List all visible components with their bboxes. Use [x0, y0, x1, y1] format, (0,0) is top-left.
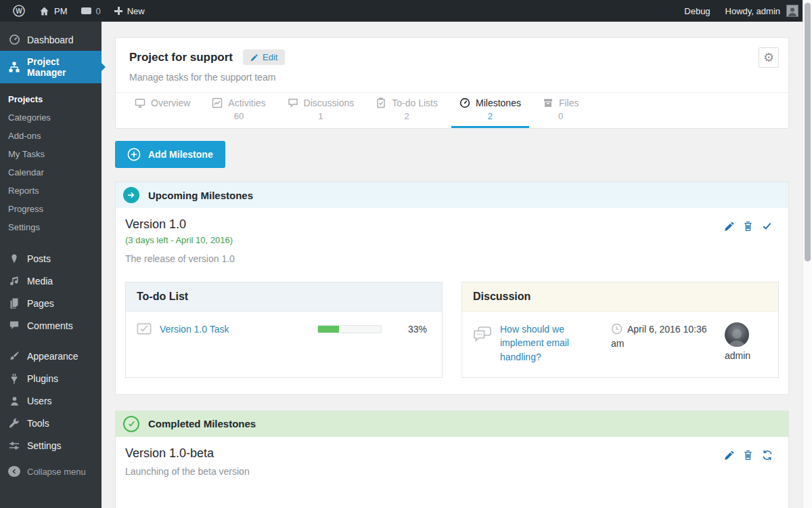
activity-chart-icon	[212, 98, 223, 108]
sidebar-item-users[interactable]: Users	[0, 389, 102, 412]
site-name-button[interactable]: PM	[32, 0, 74, 22]
sidebar-label: Plugins	[27, 373, 58, 384]
sidebar-item-media[interactable]: Media	[0, 270, 102, 292]
sidebar-item-project-manager[interactable]: Project Manager	[0, 51, 102, 83]
tab-milestones[interactable]: Milestones 2	[451, 93, 529, 128]
submenu-item-addons[interactable]: Add-ons	[0, 127, 102, 145]
edit-milestone-icon[interactable]	[724, 221, 736, 232]
tab-activities[interactable]: Activities 60	[204, 93, 273, 128]
dashboard-gauge-icon	[8, 34, 20, 45]
submenu-item-categories[interactable]: Categories	[0, 108, 102, 127]
account-menu-button[interactable]: Howdy, admin	[725, 5, 798, 17]
plug-icon	[8, 373, 20, 384]
home-icon	[39, 6, 49, 16]
sidebar-label: Dashboard	[27, 35, 74, 45]
sidebar-item-appearance[interactable]: Appearance	[0, 345, 102, 367]
sidebar-label: Project Manager	[27, 56, 93, 78]
debug-menu-item[interactable]: Debug	[684, 6, 710, 16]
tab-label: To-do Lists	[392, 98, 438, 108]
svg-text:W: W	[16, 7, 22, 15]
task-progress-percent: 33%	[408, 324, 427, 335]
sidebar-item-plugins[interactable]: Plugins	[0, 367, 102, 389]
tab-overview[interactable]: Overview	[127, 93, 198, 128]
tab-todo-lists[interactable]: To-do Lists 2	[367, 93, 446, 128]
sidebar-item-tools[interactable]: Tools	[0, 412, 102, 434]
sidebar-label: Comments	[27, 320, 73, 331]
add-milestone-label: Add Milestone	[148, 149, 213, 160]
sidebar-item-dashboard[interactable]: Dashboard	[0, 28, 102, 51]
new-content-button[interactable]: New	[108, 0, 152, 22]
sidebar-item-pages[interactable]: Pages	[0, 292, 102, 314]
delete-milestone-icon[interactable]	[743, 450, 754, 461]
tab-label: Files	[559, 98, 579, 108]
page-scrollbar[interactable]	[803, 0, 812, 508]
discussion-author: admin	[725, 322, 750, 361]
project-settings-button[interactable]: ⚙	[759, 47, 779, 68]
milestone-actions	[724, 217, 779, 264]
admin-bar-left: W PM 0 New	[5, 0, 152, 22]
milestone-description: Launching of the beta version	[125, 466, 250, 477]
sidebar-label: Tools	[27, 418, 49, 429]
submenu-item-progress[interactable]: Progress	[0, 200, 102, 218]
milestone-description: The release of version 1.0	[125, 253, 235, 264]
completed-milestones-section: Completed Milestones Version 1.0-beta La…	[115, 410, 789, 508]
tab-discussions[interactable]: Discussions 1	[279, 93, 363, 128]
edit-milestone-icon[interactable]	[724, 450, 736, 461]
overview-monitor-icon	[135, 98, 145, 108]
sidebar-item-comments[interactable]: Comments	[0, 314, 102, 337]
sidebar-label: Users	[27, 396, 52, 406]
discussion-thread-row: How should we implement email handling? …	[462, 312, 778, 377]
edit-label: Edit	[263, 52, 277, 62]
check-circle-icon	[123, 416, 139, 432]
sidebar-item-posts[interactable]: Posts	[0, 247, 102, 270]
media-icon	[8, 275, 20, 287]
sidebar-label: Posts	[27, 253, 51, 264]
discussion-timestamp: April 6, 2016 10:36 am	[611, 322, 714, 351]
wordpress-menu-button[interactable]: W	[5, 0, 32, 22]
brush-icon	[8, 350, 20, 362]
wordpress-logo-icon: W	[12, 4, 26, 18]
project-manager-submenu: Projects Categories Add-ons My Tasks Cal…	[0, 83, 102, 247]
admin-bar-right: Debug Howdy, admin	[684, 5, 798, 17]
todo-task-row: Version 1.0 Task 33%	[126, 312, 442, 346]
new-label: New	[127, 6, 145, 16]
discussion-panel-title: Discussion	[462, 282, 778, 312]
tab-files[interactable]: Files 0	[535, 93, 587, 128]
pages-icon	[8, 297, 20, 309]
gear-icon: ⚙	[763, 51, 774, 64]
comment-bubble-icon	[81, 7, 91, 14]
collapse-menu-button[interactable]: Collapse menu	[0, 461, 102, 482]
reopen-milestone-icon[interactable]	[762, 450, 773, 461]
plus-icon	[114, 7, 122, 15]
submenu-item-reports[interactable]: Reports	[0, 182, 102, 200]
archive-box-icon	[543, 98, 554, 108]
sidebar-label: Media	[27, 276, 53, 287]
comments-button[interactable]: 0	[74, 0, 108, 22]
content-area: Project for support Edit ⚙ Manage tasks …	[102, 22, 812, 508]
submenu-item-my-tasks[interactable]: My Tasks	[0, 145, 102, 163]
submenu-item-calendar[interactable]: Calendar	[0, 163, 102, 182]
admin-avatar	[786, 5, 798, 17]
edit-project-button[interactable]: Edit	[243, 49, 285, 65]
tab-count: 60	[212, 111, 265, 121]
tab-count: 2	[376, 111, 438, 121]
todo-panel-title: To-do List	[126, 282, 442, 312]
checkbox-icon	[137, 323, 152, 335]
add-milestone-button[interactable]: Add Milestone	[115, 141, 225, 168]
submenu-item-projects[interactable]: Projects	[0, 90, 102, 108]
submenu-item-settings[interactable]: Settings	[0, 218, 102, 236]
tab-label: Milestones	[476, 98, 521, 108]
completed-section-header: Completed Milestones	[116, 411, 788, 437]
sidebar-separator	[0, 337, 102, 345]
task-link[interactable]: Version 1.0 Task	[160, 324, 309, 335]
milestone-title: Version 1.0-beta	[125, 446, 250, 461]
discussion-thread-link[interactable]: How should we implement email handling?	[500, 322, 587, 364]
author-name: admin	[725, 350, 750, 361]
delete-milestone-icon[interactable]	[743, 221, 754, 232]
complete-milestone-icon[interactable]	[762, 221, 773, 232]
circle-plus-icon	[127, 148, 141, 161]
scrollbar-thumb[interactable]	[805, 3, 811, 261]
arrow-right-circle-icon	[123, 187, 139, 203]
timestamp-text: April 6, 2016 10:36 am	[611, 324, 707, 349]
sidebar-item-settings[interactable]: Settings	[0, 434, 102, 457]
